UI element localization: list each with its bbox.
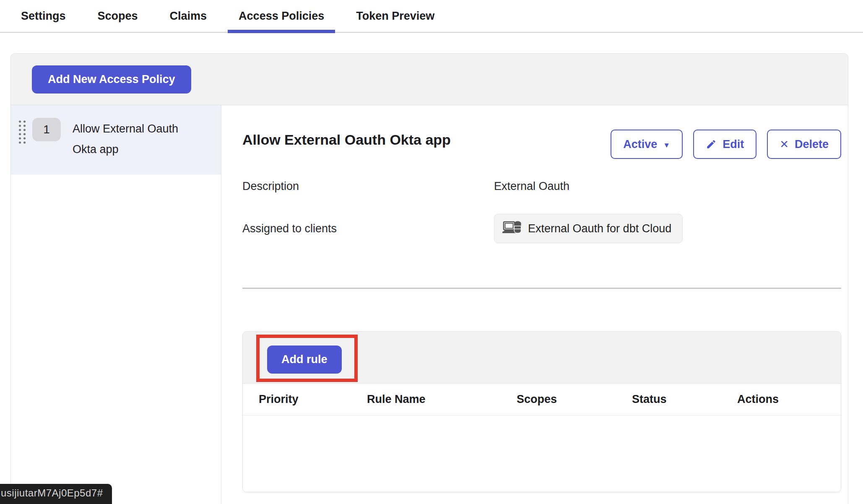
policy-name: Allow External Oauth Okta app bbox=[73, 118, 194, 160]
policy-title: Allow External Oauth Okta app bbox=[242, 130, 451, 150]
column-priority: Priority bbox=[259, 393, 367, 406]
column-status: Status bbox=[632, 393, 737, 406]
description-label: Description bbox=[242, 180, 494, 193]
pencil-icon bbox=[706, 139, 717, 150]
policy-detail: Allow External Oauth Okta app Active ▼ E… bbox=[221, 105, 848, 504]
tab-settings[interactable]: Settings bbox=[21, 0, 66, 32]
rules-toolbar: Add rule bbox=[243, 332, 841, 384]
edit-button[interactable]: Edit bbox=[693, 130, 756, 159]
rules-table-header: Priority Rule Name Scopes Status Actions bbox=[243, 384, 841, 416]
description-value: External Oauth bbox=[494, 180, 569, 193]
policy-list: 1 Allow External Oauth Okta app bbox=[11, 105, 221, 504]
status-dropdown-button[interactable]: Active ▼ bbox=[611, 130, 683, 159]
column-rule-name: Rule Name bbox=[367, 393, 517, 406]
delete-label: Delete bbox=[795, 138, 829, 151]
description-row: Description External Oauth bbox=[242, 180, 841, 193]
edit-label: Edit bbox=[723, 138, 744, 151]
assigned-clients-label: Assigned to clients bbox=[242, 222, 494, 235]
client-chip-label: External Oauth for dbt Cloud bbox=[528, 222, 671, 235]
tab-access-policies[interactable]: Access Policies bbox=[239, 0, 324, 32]
link-preview-tooltip: usijiutarM7Aj0Ep5d7# bbox=[0, 484, 112, 504]
tab-claims[interactable]: Claims bbox=[170, 0, 207, 32]
close-icon: ✕ bbox=[780, 139, 789, 150]
policy-priority-badge: 1 bbox=[32, 118, 61, 141]
computer-database-icon bbox=[502, 220, 521, 237]
policies-toolbar: Add New Access Policy bbox=[11, 54, 848, 105]
annotation-highlight-box: Add rule bbox=[256, 335, 358, 382]
status-label: Active bbox=[623, 138, 657, 151]
tab-scopes[interactable]: Scopes bbox=[98, 0, 138, 32]
tab-token-preview[interactable]: Token Preview bbox=[356, 0, 434, 32]
access-policies-panel: Add New Access Policy 1 Allow External O… bbox=[10, 53, 848, 504]
tab-bar: Settings Scopes Claims Access Policies T… bbox=[0, 0, 863, 33]
policy-list-item[interactable]: 1 Allow External Oauth Okta app bbox=[11, 105, 221, 174]
rules-table-body-empty bbox=[243, 416, 841, 492]
add-new-access-policy-button[interactable]: Add New Access Policy bbox=[32, 65, 191, 94]
drag-handle-icon[interactable] bbox=[18, 120, 26, 144]
delete-button[interactable]: ✕ Delete bbox=[767, 130, 841, 159]
rules-card: Add rule Priority Rule Name Scopes Statu… bbox=[242, 331, 841, 492]
assigned-clients-row: Assigned to clients bbox=[242, 214, 841, 243]
policy-actions: Active ▼ Edit ✕ Delete bbox=[611, 130, 841, 159]
client-chip[interactable]: External Oauth for dbt Cloud bbox=[494, 214, 683, 243]
column-scopes: Scopes bbox=[517, 393, 632, 406]
add-rule-button[interactable]: Add rule bbox=[267, 346, 342, 374]
section-divider bbox=[242, 288, 841, 289]
column-actions: Actions bbox=[737, 393, 825, 406]
chevron-down-icon: ▼ bbox=[663, 142, 670, 149]
